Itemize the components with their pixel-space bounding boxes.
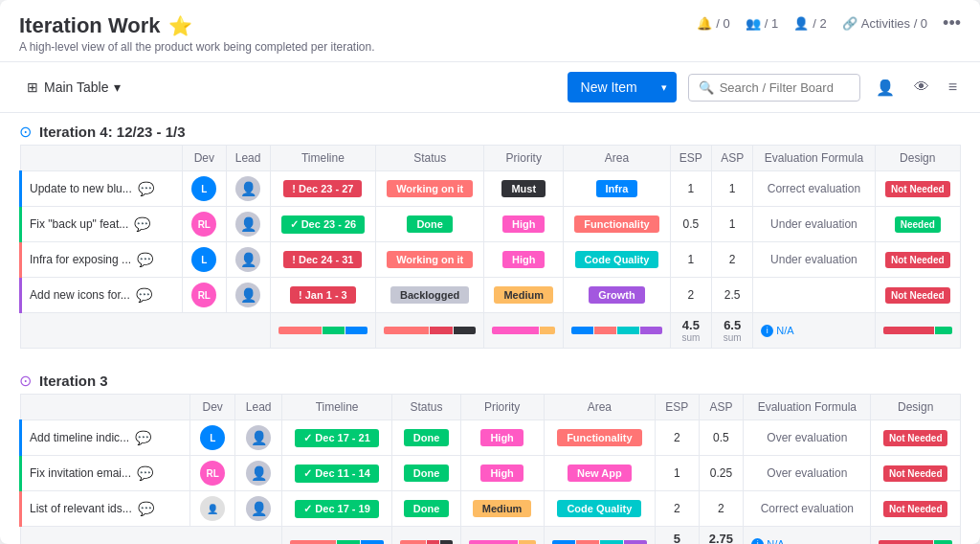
row-lead: 👤 — [226, 278, 270, 313]
row-lead: 👤 — [235, 420, 281, 456]
iteration4-header: ⊙ Iteration 4: 12/23 - 1/3 — [19, 123, 961, 141]
chevron-down-icon: ▾ — [114, 79, 121, 95]
row-area: Infra — [564, 171, 670, 207]
iteration4-table: Dev Lead Timeline Status Priority Area E… — [19, 145, 961, 349]
group-icon: 👥 — [746, 16, 761, 31]
row-priority: High — [484, 242, 564, 278]
table-row[interactable]: Add timeline indic... 💬 L 👤 ✓Dec 17 - 21… — [21, 420, 961, 456]
row-priority: High — [484, 207, 564, 242]
row-esp: 2 — [670, 278, 711, 313]
eye-icon[interactable]: 👁 — [910, 75, 933, 100]
col-asp: ASP — [712, 146, 753, 171]
comment-icon[interactable]: 💬 — [138, 501, 154, 516]
row-status: Working on it — [376, 242, 484, 278]
new-item-button[interactable]: New Item ▾ — [568, 72, 677, 102]
comment-icon[interactable]: 💬 — [138, 181, 154, 196]
row-design: Not Needed — [871, 456, 961, 491]
lead-avatar: 👤 — [246, 461, 271, 486]
col-timeline: Timeline — [270, 146, 375, 171]
design-colorbar — [871, 527, 961, 545]
row-timeline: ✓Dec 17 - 21 — [281, 420, 392, 456]
table-row[interactable]: Infra for exposing ... 💬 L 👤 !Dec 24 - 3… — [21, 242, 961, 278]
app-title: Iteration Work — [19, 13, 161, 38]
header-actions: 🔔 / 0 👥 / 1 👤 / 2 🔗 Activities / 0 ••• — [697, 13, 961, 34]
search-box[interactable]: 🔍 — [688, 74, 860, 102]
table-icon: ⊞ — [27, 79, 38, 95]
row-esp: 2 — [656, 491, 699, 527]
activities-action[interactable]: 🔗 Activities / 0 — [842, 16, 927, 31]
lead-avatar: 👤 — [246, 496, 271, 521]
app-title-row: Iteration Work ⭐ — [19, 13, 375, 38]
star-icon[interactable]: ⭐ — [168, 14, 192, 37]
more-menu-button[interactable]: ••• — [943, 13, 961, 34]
row-timeline: ✓Dec 11 - 14 — [281, 456, 392, 491]
table-row[interactable]: List of relevant ids... 💬 👤 👤 ✓Dec 17 - … — [21, 491, 961, 527]
row-priority: Medium — [460, 491, 544, 527]
col-priority: Priority — [484, 146, 564, 171]
row-lead: 👤 — [226, 242, 270, 278]
row-design: Not Needed — [875, 171, 960, 207]
table-row[interactable]: Fix "back up" feat... 💬 RL 👤 ✓Dec 23 - 2… — [21, 207, 961, 242]
row-lead: 👤 — [235, 456, 281, 491]
new-item-caret-icon[interactable]: ▾ — [652, 74, 677, 102]
person-icon[interactable]: 👤 — [872, 75, 899, 101]
row-priority: Medium — [484, 278, 564, 313]
row-esp: 2 — [656, 420, 699, 456]
design-colorbar — [875, 313, 960, 349]
row-formula: Under evaluation — [753, 207, 875, 242]
col-name — [21, 146, 183, 171]
row-priority: High — [460, 420, 544, 456]
row-timeline: !Dec 24 - 31 — [270, 242, 375, 278]
col-formula: Evaluation Formula — [753, 146, 875, 171]
row-dev: RL — [189, 456, 235, 491]
row-area: Code Quality — [544, 491, 656, 527]
comment-icon[interactable]: 💬 — [136, 287, 152, 303]
iteration3-collapse-button[interactable]: ⊙ — [19, 372, 32, 390]
timeline-colorbar — [281, 527, 392, 545]
iteration4-collapse-button[interactable]: ⊙ — [19, 123, 32, 141]
row-priority: Must — [484, 171, 564, 207]
col-name — [21, 395, 190, 420]
table-row[interactable]: Fix invitation emai... 💬 RL 👤 ✓Dec 11 - … — [21, 456, 961, 491]
table-row[interactable]: Add new icons for... 💬 RL 👤 !Jan 1 - 3 B… — [21, 278, 961, 313]
row-status: Done — [392, 456, 460, 491]
lead-avatar: 👤 — [235, 176, 260, 201]
main-table-button[interactable]: ⊞ Main Table ▾ — [19, 76, 128, 99]
col-timeline: Timeline — [281, 395, 392, 420]
search-input[interactable] — [720, 80, 844, 95]
link-icon: 🔗 — [842, 16, 858, 31]
row-dev: L — [183, 242, 226, 278]
info-icon: i — [761, 325, 773, 337]
people-action[interactable]: 👤 / 2 — [793, 16, 826, 31]
comment-icon[interactable]: 💬 — [137, 465, 153, 481]
row-name: Fix invitation emai... 💬 — [21, 456, 190, 491]
group-action[interactable]: 👥 / 1 — [746, 16, 778, 31]
priority-colorbar — [460, 527, 544, 545]
table-row[interactable]: Update to new blu... 💬 L 👤 !Dec 23 - 27 … — [21, 171, 961, 207]
comment-icon[interactable]: 💬 — [134, 216, 150, 232]
col-dev: Dev — [189, 395, 235, 420]
new-item-label: New Item — [568, 72, 651, 102]
row-lead: 👤 — [226, 207, 270, 242]
row-design: Not Needed — [875, 278, 960, 313]
row-formula: Correct evaluation — [744, 491, 871, 527]
comment-icon[interactable]: 💬 — [135, 430, 151, 445]
sum-asp: 6.5 sum — [712, 313, 753, 349]
row-design: Not Needed — [871, 491, 961, 527]
col-area: Area — [564, 146, 670, 171]
header-left: Iteration Work ⭐ A high-level view of al… — [19, 13, 375, 54]
notification-action[interactable]: 🔔 / 0 — [697, 16, 729, 31]
status-colorbar — [392, 527, 460, 545]
row-name: Add new icons for... 💬 — [21, 278, 183, 313]
comment-icon[interactable]: 💬 — [137, 252, 153, 267]
colorbar-row: 5 sum 2.75 sum i N/A — [21, 527, 961, 545]
people-icon: 👤 — [793, 16, 809, 31]
row-name: Infra for exposing ... 💬 — [21, 242, 183, 278]
row-area: Code Quality — [564, 242, 670, 278]
row-design: Not Needed — [875, 242, 960, 278]
row-name: List of relevant ids... 💬 — [21, 491, 190, 527]
filter-icon[interactable]: ≡ — [945, 75, 961, 100]
col-lead: Lead — [226, 146, 270, 171]
row-asp: 2.5 — [712, 278, 753, 313]
row-name: Update to new blu... 💬 — [21, 171, 183, 207]
